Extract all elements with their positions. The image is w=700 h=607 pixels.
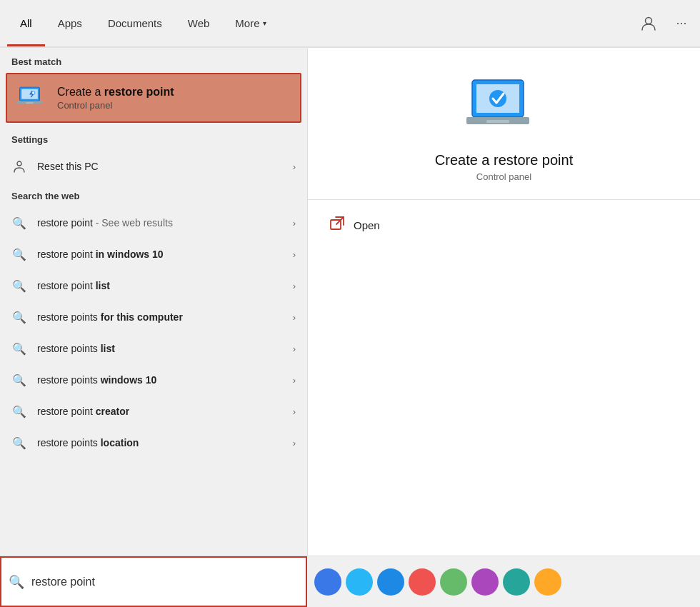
taskbar-icons [307,556,700,607]
chevron-right-1: › [293,249,296,260]
taskbar-app-5[interactable] [440,568,467,596]
tab-apps[interactable]: Apps [45,0,95,46]
main-content: Best match Create a restore point Contro… [0,48,700,556]
more-options-button[interactable]: ··· [670,12,693,35]
detail-icon-area: Create a restore point Control panel [308,76,700,200]
search-web-item-3[interactable]: 🔍 restore points for this computer › [0,301,307,333]
search-icon-3: 🔍 [11,309,27,325]
reset-pc-icon [11,159,27,174]
chevron-right-3: › [293,312,296,323]
search-web-item-6[interactable]: 🔍 restore point creator › [0,396,307,427]
best-match-item[interactable]: Create a restore point Control panel [6,73,301,123]
taskbar-app-1[interactable] [314,568,341,596]
tab-documents[interactable]: Documents [95,0,175,46]
left-panel: Best match Create a restore point Contro… [0,48,307,556]
top-nav: All Apps Documents Web More ▾ ··· [0,0,700,48]
svg-point-3 [32,91,35,94]
open-button[interactable]: Open [329,213,679,238]
svg-rect-2 [21,89,38,99]
search-web-section-label: Search the web [0,182,307,207]
settings-section-label: Settings [0,126,307,151]
tab-web-label: Web [188,17,210,29]
tab-more[interactable]: More ▾ [222,0,279,46]
search-web-text-4: restore points list [37,343,283,354]
settings-reset-label: Reset this PC [37,161,283,172]
chevron-right-7: › [293,438,296,448]
chevron-right-0: › [293,218,296,229]
detail-title: Create a restore point [435,152,573,169]
open-icon [329,216,345,235]
search-web-text-6: restore point creator [37,406,283,417]
search-web-item-1[interactable]: 🔍 restore point in windows 10 › [0,239,307,270]
chevron-down-icon: ▾ [263,19,266,27]
search-web-item-0[interactable]: 🔍 restore point - See web results › [0,207,307,239]
svg-rect-11 [486,120,509,123]
taskbar-app-7[interactable] [503,568,530,596]
chevron-right-2: › [293,281,296,291]
taskbar-app-3[interactable] [377,568,404,596]
detail-subtitle: Control panel [476,171,531,182]
tab-documents-label: Documents [108,17,162,29]
search-icon-4: 🔍 [11,341,27,356]
search-box-icon: 🔍 [9,574,24,590]
tab-all[interactable]: All [7,0,45,46]
search-icon-0: 🔍 [11,215,27,231]
bottom-bar: 🔍 [0,556,700,607]
tab-web[interactable]: Web [175,0,223,46]
svg-point-0 [646,17,652,24]
search-web-item-5[interactable]: 🔍 restore points windows 10 › [0,364,307,396]
tab-apps-label: Apps [58,17,82,29]
person-icon-button[interactable] [637,12,660,35]
search-icon-6: 🔍 [11,403,27,419]
search-icon-7: 🔍 [11,435,27,451]
detail-laptop-icon [465,76,544,141]
settings-reset-pc[interactable]: Reset this PC › [0,151,307,182]
search-icon-5: 🔍 [11,372,27,388]
chevron-right-4: › [293,343,296,354]
best-match-title-bold: restore point [104,86,174,98]
search-box-container[interactable]: 🔍 [0,556,307,607]
search-web-text-1: restore point in windows 10 [37,249,283,260]
best-match-title-normal: Create a [57,86,104,98]
tab-more-label: More [235,17,259,29]
search-web-text-5: restore points windows 10 [37,374,283,386]
best-match-subtitle: Control panel [57,100,174,111]
taskbar-app-6[interactable] [471,568,499,596]
svg-rect-5 [26,102,34,104]
chevron-right-icon: › [293,161,296,172]
tab-all-label: All [20,17,32,29]
svg-point-6 [17,161,21,166]
open-label: Open [354,219,380,231]
best-match-section-label: Best match [0,48,307,73]
search-input[interactable] [31,576,299,588]
action-area: Open [308,200,700,251]
nav-icon-group: ··· [637,12,693,35]
best-match-text: Create a restore point Control panel [57,86,174,111]
taskbar-app-4[interactable] [409,568,436,596]
chevron-right-5: › [293,375,296,386]
taskbar-app-2[interactable] [346,568,373,596]
right-panel: Create a restore point Control panel Ope… [307,48,700,556]
search-icon-1: 🔍 [11,246,27,262]
search-icon-2: 🔍 [11,278,27,294]
search-web-text-0: restore point - See web results [37,217,283,229]
taskbar-app-8[interactable] [534,568,561,596]
search-web-text-3: restore points for this computer [37,311,283,323]
search-web-item-2[interactable]: 🔍 restore point list › [0,270,307,301]
laptop-icon [17,83,47,113]
best-match-title: Create a restore point [57,86,174,99]
search-web-text-2: restore point list [37,280,283,291]
search-web-text-7: restore points location [37,437,283,448]
chevron-right-6: › [293,406,296,417]
search-web-item-4[interactable]: 🔍 restore points list › [0,333,307,364]
search-web-item-7[interactable]: 🔍 restore points location › [0,427,307,458]
